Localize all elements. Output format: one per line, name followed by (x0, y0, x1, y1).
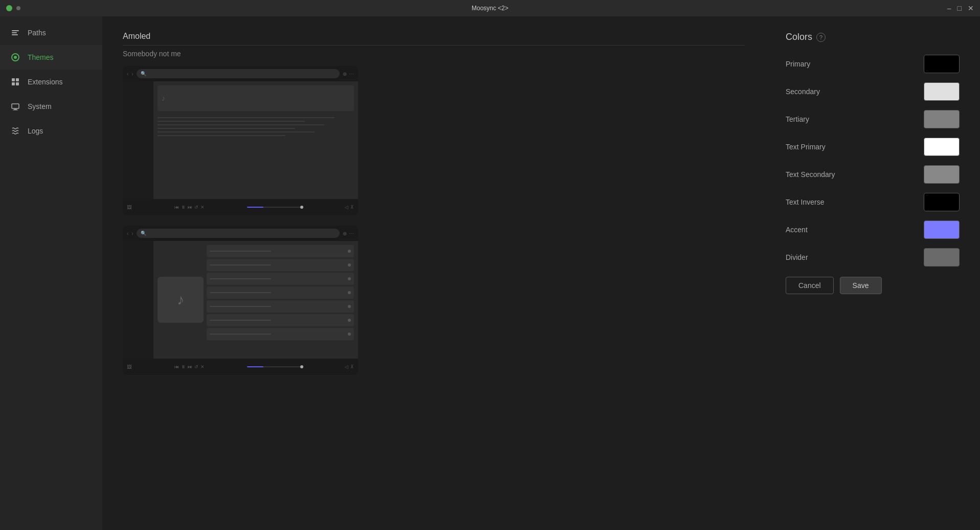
next-icon: ⏭ (188, 205, 192, 210)
music-note-icon: ♪ (162, 94, 165, 102)
progress-fill (247, 207, 263, 208)
app-dot (16, 6, 20, 10)
next-icon-2: ⏭ (188, 364, 192, 369)
color-swatch-text-secondary[interactable] (924, 165, 960, 184)
preview-body-2: ♪ (123, 241, 358, 359)
track-line (210, 320, 271, 321)
cancel-button[interactable]: Cancel (786, 277, 834, 294)
track-dot (348, 263, 351, 267)
color-swatch-primary[interactable] (924, 55, 960, 73)
color-swatch-accent[interactable] (924, 220, 960, 239)
preview-search-2: 🔍 (137, 229, 340, 238)
track-line (210, 334, 271, 335)
preview-topbar-2: ‹ › 🔍 ⊕ ⋯ (123, 226, 358, 241)
sidebar-item-label: Themes (28, 53, 54, 61)
colors-panel: Colors ? Primary Secondary Tertiary Text… (765, 16, 980, 530)
preview-main-1: ♪ (153, 81, 358, 199)
track-line (210, 251, 271, 252)
color-row-secondary: Secondary (786, 82, 960, 101)
prev-icon-2: ⏮ (174, 364, 179, 369)
color-swatch-divider[interactable] (924, 248, 960, 267)
preview-line (158, 121, 305, 122)
track-dot (348, 277, 351, 280)
track-line (210, 306, 271, 307)
titlebar: Moosync <2> – □ ✕ (0, 0, 980, 16)
system-icon (10, 101, 20, 112)
repeat-icon: ↺ (194, 205, 198, 210)
nav-back-icon-2: ‹ (127, 231, 128, 236)
play-icon-2: ⏸ (181, 364, 186, 369)
track-row (207, 259, 354, 271)
play-icon: ⏸ (181, 205, 186, 210)
track-dot (348, 250, 351, 253)
search-icon-sm: 🔍 (141, 71, 146, 76)
color-swatch-text-primary[interactable] (924, 138, 960, 156)
theme-subtitle: Somebody not me (123, 50, 745, 58)
color-row-accent: Accent (786, 220, 960, 239)
track-row (207, 300, 354, 313)
minimize-button[interactable]: – (947, 5, 951, 12)
color-swatch-text-inverse[interactable] (924, 193, 960, 211)
repeat-icon-2: ↺ (194, 364, 198, 369)
theme-preview-2: ‹ › 🔍 ⊕ ⋯ ♪ (123, 226, 358, 375)
action-icon-3: ⊕ (343, 231, 347, 236)
color-row-text-primary: Text Primary (786, 138, 960, 156)
colors-header: Colors ? (786, 32, 960, 42)
sidebar-item-paths[interactable]: Paths (0, 20, 102, 45)
color-label-text-secondary: Text Secondary (786, 170, 835, 179)
svg-rect-10 (14, 109, 17, 110)
preview-actions-2: ⊕ ⋯ (343, 231, 354, 236)
color-swatch-secondary[interactable] (924, 82, 960, 101)
preview-side-panel-1 (123, 81, 153, 199)
track-row (207, 328, 354, 340)
sidebar-item-label: Logs (28, 127, 43, 135)
vol-icon: ◁ (345, 205, 348, 210)
help-icon[interactable]: ? (816, 33, 826, 42)
svg-rect-2 (12, 34, 18, 35)
color-label-text-primary: Text Primary (786, 143, 826, 151)
nav-back-icon: ‹ (127, 71, 128, 77)
color-label-secondary: Secondary (786, 87, 820, 96)
track-row (207, 286, 354, 299)
color-swatch-tertiary[interactable] (924, 110, 960, 128)
sidebar-item-label: System (28, 102, 52, 111)
preview-lines (158, 115, 354, 138)
close-icon-sm: ✕ (201, 205, 205, 210)
bottom-right-icons-1: ◁ ⊼ (345, 205, 354, 210)
nav-forward-icon-2: › (131, 231, 133, 236)
preview-topbar-1: ‹ › 🔍 ⊕ ⋯ (123, 66, 358, 81)
extensions-icon (10, 77, 20, 87)
track-dot (348, 305, 351, 308)
action-icon-2: ⋯ (349, 71, 354, 77)
color-row-divider: Divider (786, 248, 960, 267)
color-row-text-secondary: Text Secondary (786, 165, 960, 184)
track-line (210, 264, 271, 266)
svg-point-4 (14, 56, 17, 59)
sidebar-item-system[interactable]: System (0, 94, 102, 119)
track-row (207, 314, 354, 326)
sidebar-item-logs[interactable]: Logs (0, 119, 102, 143)
save-button[interactable]: Save (840, 277, 882, 294)
nav-forward-icon: › (131, 71, 133, 77)
sidebar: Paths Themes Extensions (0, 16, 102, 530)
sidebar-item-themes[interactable]: Themes (0, 45, 102, 70)
action-icon-4: ⋯ (349, 231, 354, 236)
close-button[interactable]: ✕ (968, 5, 974, 12)
preview-card: ♪ (158, 85, 354, 111)
paths-icon (10, 28, 20, 38)
track-dot (348, 291, 351, 294)
vol-icon-2: ◁ (345, 364, 348, 369)
preview-actions-1: ⊕ ⋯ (343, 71, 354, 77)
color-row-primary: Primary (786, 55, 960, 73)
bottom-controls-2: ⏮ ⏸ ⏭ ↺ ✕ (174, 364, 205, 369)
sidebar-item-label: Paths (28, 29, 46, 37)
colors-title: Colors (786, 32, 812, 42)
track-row (207, 273, 354, 285)
restore-button[interactable]: □ (957, 5, 962, 12)
svg-rect-5 (12, 78, 15, 81)
titlebar-controls: – □ ✕ (947, 5, 974, 12)
sidebar-item-extensions[interactable]: Extensions (0, 70, 102, 94)
preview-search-1: 🔍 (137, 69, 340, 78)
svg-rect-0 (12, 30, 19, 31)
svg-rect-8 (16, 82, 19, 85)
